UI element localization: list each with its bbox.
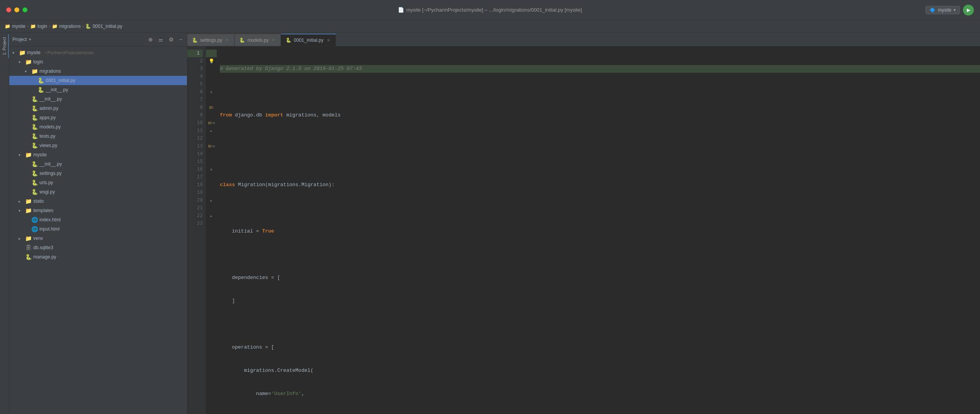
tree-label-init-login: __init__.py [39,96,62,102]
maximize-button[interactable] [22,7,27,12]
warning-bulb-icon: 💡 [209,57,214,65]
folder-icon-venv: 📁 [25,235,32,241]
tree-item-tests[interactable]: 🐍 tests.py [9,132,187,141]
title-bar: 📄 mysite [~/PycharmProjects/mysite] – ..… [0,0,980,20]
gutter-arrow-icon-10: ⊙↑ [208,119,213,127]
tree-label-models: models.py [39,124,61,130]
tree-item-urls[interactable]: 🐍 urls.py [9,178,187,187]
html-icon-index: 🌐 [31,217,38,223]
arrow-icon [19,60,23,64]
tree-label-db-sqlite3: db.sqlite3 [33,245,53,250]
tree-item-input-html[interactable]: 🌐 input.html [9,224,187,234]
tree-item-db-sqlite3[interactable]: 🗄 db.sqlite3 [9,243,187,252]
tab-0001-close[interactable]: ✕ [326,38,331,43]
tree-item-0001-initial[interactable]: 🐍 0001_initial.py [9,76,187,85]
tree-item-init-migrations[interactable]: 🐍 __init__.py [9,85,187,94]
window-title: 📄 mysite [~/PycharmProjects/mysite] – ..… [398,7,582,13]
tree-item-index-html[interactable]: 🌐 index.html [9,215,187,224]
arrow-icon [19,199,23,204]
run-configuration[interactable]: 🔷 mysite ▾ [925,6,960,14]
fold-icon[interactable]: ▾ [210,88,212,96]
tree-item-settings[interactable]: 🐍 settings.py [9,169,187,178]
py-icon-manage: 🐍 [25,254,32,260]
close-button[interactable] [6,7,11,12]
fold-icon-22[interactable]: ▸ [210,212,212,220]
tree-label-migrations: migrations [39,68,61,74]
breadcrumb-item-file[interactable]: 0001_initial.py [93,24,122,29]
run-config-icon: 🔷 [930,7,935,13]
py-init-icon-2: 🐍 [31,96,38,102]
toolbar-right: 🔷 mysite ▾ ▶ [925,5,974,15]
tab-0001-initial[interactable]: 🐍 0001_initial.py ✕ [281,34,336,46]
py-icon-apps: 🐍 [31,115,38,121]
tab-models-py[interactable]: 🐍 models.py ✕ [235,34,281,46]
tree-item-views[interactable]: 🐍 views.py [9,141,187,150]
tree-item-wsgi[interactable]: 🐍 wsgi.py [9,187,187,197]
tree-item-venv[interactable]: 📁 venv [9,234,187,243]
tree-label-views: views.py [39,143,57,148]
arrow-icon [12,51,17,55]
tree-item-manage-py[interactable]: 🐍 manage.py [9,252,187,262]
html-icon-input: 🌐 [31,226,38,232]
tree-item-login[interactable]: 📁 login [9,57,187,67]
run-button[interactable]: ▶ [963,5,974,15]
fold-icon-20[interactable]: ▸ [210,197,212,204]
folder-icon: 📁 [19,50,26,56]
tree-item-init-login[interactable]: 🐍 __init__.py [9,94,187,104]
tree-label-mysite-inner: mysite [33,152,47,157]
tab-models-py-close[interactable]: ✕ [271,37,276,43]
tree-label-apps: apps.py [39,115,56,120]
fold-icon-13[interactable]: ▾ [213,142,215,150]
tab-0001-label: 0001_initial.py [294,38,324,43]
traffic-lights[interactable] [6,7,27,12]
py-init-icon-mysite: 🐍 [31,161,38,167]
tree-item-apps[interactable]: 🐍 apps.py [9,113,187,122]
tree-item-models[interactable]: 🐍 models.py [9,122,187,132]
breadcrumb-item-migrations[interactable]: migrations [59,24,81,29]
py-icon-admin: 🐍 [31,105,38,111]
gutter: 💡 ▾ ⊙↑ ⊙↑ ▾ [206,46,217,414]
tree-item-migrations[interactable]: 📁 migrations [9,67,187,76]
collapse-button[interactable]: ⚌ [157,36,165,43]
fold-icon-10[interactable]: ▾ [213,119,215,127]
py-file-icon: 🐍 [37,77,44,84]
folder-icon-templates: 📁 [25,207,32,214]
dropdown-arrow[interactable]: ▾ [29,37,31,41]
py-icon-urls: 🐍 [31,180,38,186]
tree-label-templates: templates [33,208,53,213]
sidebar-header: Project ▾ ⊕ ⚌ ⚙ − [9,33,187,46]
tree-label-admin: admin.py [39,106,58,111]
tree-item-mysite-inner[interactable]: 📁 mysite [9,150,187,159]
tab-settings-py-close[interactable]: ✕ [224,37,230,43]
minimize-button[interactable] [14,7,19,12]
breadcrumb-item-login[interactable]: login [38,24,47,29]
fold-icon-11[interactable]: ▸ [210,127,212,135]
py-icon-tests: 🐍 [31,133,38,139]
minimize-sidebar-button[interactable]: − [178,36,184,43]
tab-models-py-icon: 🐍 [239,38,245,43]
breadcrumb-item-mysite[interactable]: mysite [12,24,26,29]
project-tab[interactable]: 1: Project [0,34,9,58]
tree-item-init-mysite[interactable]: 🐍 __init__.py [9,159,187,169]
breadcrumb-folder-icon-2: 📁 [30,24,36,29]
tree-label-init-migrations: __init__.py [46,87,68,92]
tab-settings-py[interactable]: 🐍 settings.py ✕ [187,34,235,46]
tree-item-templates[interactable]: 📁 templates [9,206,187,215]
settings-button[interactable]: ⚙ [167,36,175,43]
file-tree: 📁 mysite ~/PycharmProjects/mysite 📁 logi… [9,46,187,414]
folder-icon-static: 📁 [25,198,32,204]
fold-icon-16[interactable]: ▾ [210,166,212,173]
breadcrumb: 📁 mysite › 📁 login › 📁 migrations › 🐍 00… [0,20,980,33]
arrow-icon [25,69,29,74]
locate-button[interactable]: ⊕ [147,36,154,43]
line-numbers: 1 2 3 4 5 6 7 8 9 10 11 12 13 14 15 16 1… [187,46,206,414]
code-editor[interactable]: 1 2 3 4 5 6 7 8 9 10 11 12 13 14 15 16 1… [187,46,980,414]
tree-item-static[interactable]: 📁 static [9,197,187,206]
code-content[interactable]: # Generated by Django 2.1.5 on 2019-01-2… [217,46,980,414]
tree-item-admin[interactable]: 🐍 admin.py [9,104,187,113]
tree-label-venv: venv [33,236,43,241]
tree-item-mysite-root[interactable]: 📁 mysite ~/PycharmProjects/mysite [9,48,187,57]
tree-label-input-html: input.html [39,226,60,232]
py-init-icon: 🐍 [37,87,44,93]
tree-label-manage-py: manage.py [33,254,56,260]
